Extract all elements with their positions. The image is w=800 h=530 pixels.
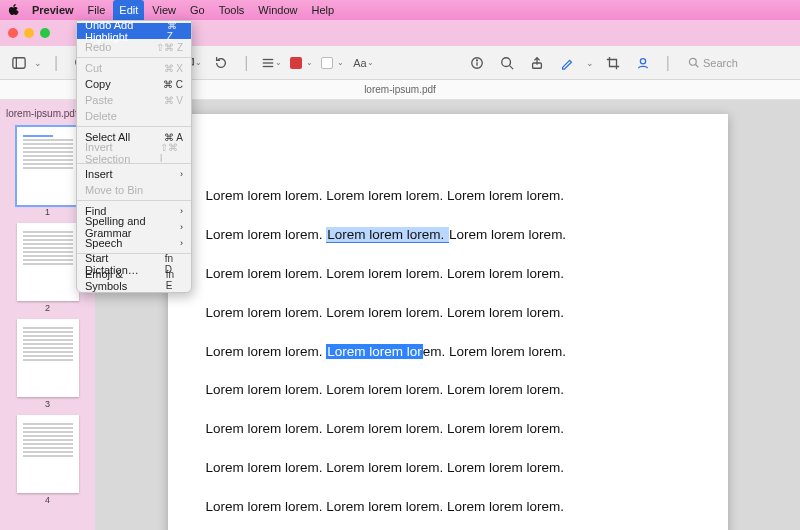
share-button[interactable] bbox=[526, 52, 548, 74]
chevron-down-icon: ⌄ bbox=[367, 58, 374, 67]
svg-point-22 bbox=[689, 58, 696, 65]
sidebar-toggle-button[interactable] bbox=[8, 52, 30, 74]
menu-view[interactable]: View bbox=[146, 0, 182, 20]
text-selection[interactable]: Lorem lorem lor bbox=[326, 344, 423, 359]
menu-delete: Delete bbox=[77, 108, 191, 124]
close-button[interactable] bbox=[8, 28, 18, 38]
fill-color-picker[interactable]: ⌄ bbox=[321, 57, 344, 69]
text-style-button[interactable]: Aa⌄ bbox=[352, 52, 374, 74]
menu-copy[interactable]: Copy⌘ C bbox=[77, 76, 191, 92]
page-thumbnail[interactable] bbox=[17, 415, 79, 493]
search-placeholder: Search bbox=[703, 57, 738, 69]
menu-move-to-bin: Move to Bin bbox=[77, 182, 191, 198]
menu-window[interactable]: Window bbox=[252, 0, 303, 20]
menu-emoji[interactable]: Emoji & Symbolsfn E bbox=[77, 272, 191, 288]
text-line: Lorem lorem lorem. Lorem lorem lorem. Lo… bbox=[206, 344, 690, 361]
menu-separator bbox=[77, 200, 191, 201]
svg-line-19 bbox=[509, 65, 513, 69]
crop-button[interactable] bbox=[602, 52, 624, 74]
menu-go[interactable]: Go bbox=[184, 0, 211, 20]
system-menubar: Preview File Edit View Go Tools Window H… bbox=[0, 0, 800, 20]
highlight-swatch bbox=[290, 57, 302, 69]
chevron-down-icon: ⌄ bbox=[337, 58, 344, 67]
text-line: Lorem lorem lorem. Lorem lorem lorem. Lo… bbox=[206, 305, 690, 322]
edit-menu-dropdown: Undo Add Highlight⌘ Z Redo⇧⌘ Z Cut⌘ X Co… bbox=[76, 20, 192, 293]
svg-line-23 bbox=[696, 65, 699, 68]
text-line: Lorem lorem lorem. Lorem lorem lorem. Lo… bbox=[206, 421, 690, 438]
menu-insert[interactable]: Insert› bbox=[77, 166, 191, 182]
fill-swatch bbox=[321, 57, 333, 69]
text-line: Lorem lorem lorem. Lorem lorem lorem. Lo… bbox=[206, 499, 690, 516]
chevron-down-icon[interactable]: ⌄ bbox=[586, 58, 594, 68]
svg-point-17 bbox=[476, 59, 477, 60]
minimize-button[interactable] bbox=[24, 28, 34, 38]
zoom-actual-button[interactable] bbox=[496, 52, 518, 74]
menu-separator bbox=[77, 126, 191, 127]
document-viewport[interactable]: Lorem lorem lorem. Lorem lorem lorem. Lo… bbox=[95, 100, 800, 530]
svg-point-21 bbox=[640, 58, 645, 63]
menu-invert-selection: Invert Selection⇧⌘ I bbox=[77, 145, 191, 161]
zoom-button[interactable] bbox=[40, 28, 50, 38]
apple-icon[interactable] bbox=[8, 4, 20, 16]
menu-spelling[interactable]: Spelling and Grammar› bbox=[77, 219, 191, 235]
chevron-down-icon: ⌄ bbox=[195, 58, 202, 67]
person-crop-button[interactable] bbox=[632, 52, 654, 74]
text-line: Lorem lorem lorem. Lorem lorem lorem. Lo… bbox=[206, 460, 690, 477]
info-button[interactable] bbox=[466, 52, 488, 74]
page-number: 4 bbox=[0, 495, 95, 505]
chevron-down-icon: ⌄ bbox=[306, 58, 313, 67]
svg-point-18 bbox=[502, 57, 511, 66]
highlight-color-picker[interactable]: ⌄ bbox=[290, 57, 313, 69]
view-mode-button[interactable]: ⌄ bbox=[260, 52, 282, 74]
text-line: Lorem lorem lorem. Lorem lorem lorem. Lo… bbox=[206, 382, 690, 399]
menu-help[interactable]: Help bbox=[305, 0, 340, 20]
text-line: Lorem lorem lorem. Lorem lorem lorem. Lo… bbox=[206, 227, 690, 244]
page-number: 2 bbox=[0, 303, 95, 313]
page-number: 3 bbox=[0, 399, 95, 409]
search-input[interactable]: Search bbox=[682, 53, 792, 73]
text-line: Lorem lorem lorem. Lorem lorem lorem. Lo… bbox=[206, 266, 690, 283]
menu-tools[interactable]: Tools bbox=[213, 0, 251, 20]
menu-file[interactable]: File bbox=[82, 0, 112, 20]
menu-edit[interactable]: Edit bbox=[113, 0, 144, 20]
app-name: Preview bbox=[26, 4, 80, 16]
page-thumbnail[interactable] bbox=[17, 223, 79, 301]
menu-undo[interactable]: Undo Add Highlight⌘ Z bbox=[77, 23, 191, 39]
menu-cut: Cut⌘ X bbox=[77, 60, 191, 76]
menu-paste: Paste⌘ V bbox=[77, 92, 191, 108]
window-controls bbox=[8, 28, 50, 38]
page-thumbnail[interactable] bbox=[17, 319, 79, 397]
menu-separator bbox=[77, 57, 191, 58]
rotate-button[interactable] bbox=[210, 52, 232, 74]
svg-rect-0 bbox=[13, 57, 25, 68]
text-line: Lorem lorem lorem. Lorem lorem lorem. Lo… bbox=[206, 188, 690, 205]
chevron-down-icon[interactable]: ⌄ bbox=[34, 58, 42, 68]
text-highlight[interactable]: Lorem lorem lorem. bbox=[326, 227, 449, 243]
search-icon bbox=[688, 57, 699, 68]
page-thumbnail[interactable] bbox=[17, 127, 79, 205]
chevron-down-icon: ⌄ bbox=[275, 58, 282, 67]
pdf-page: Lorem lorem lorem. Lorem lorem lorem. Lo… bbox=[168, 114, 728, 530]
markup-button[interactable] bbox=[556, 52, 578, 74]
